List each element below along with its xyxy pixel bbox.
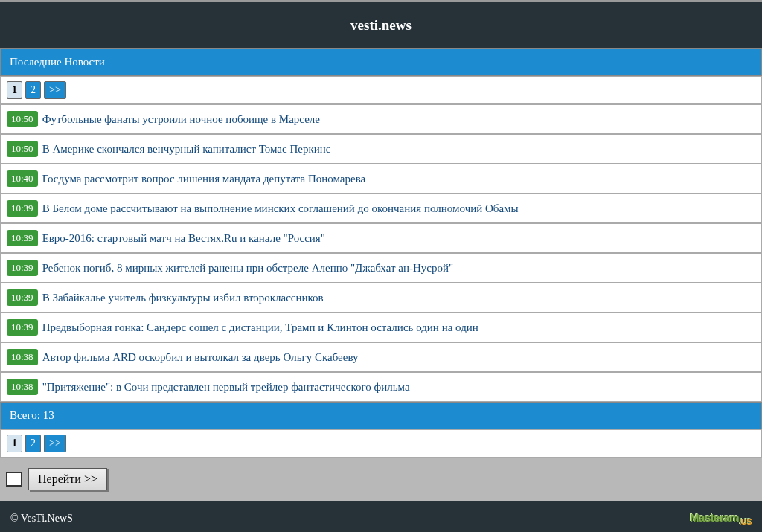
goto-page-input[interactable] [6,472,22,487]
footer-copyright: © VesTi.NewS [10,513,73,525]
footer-logo-sub: .US [739,517,752,526]
pager-bottom: 1 2 >> [0,429,762,458]
news-row: 10:39Евро-2016: стартовый матч на Вестях… [0,223,762,253]
site-header: vesti.news [0,2,762,48]
page-1-button[interactable]: 1 [7,81,22,99]
page-2-button-bottom[interactable]: 2 [25,435,41,452]
news-headline-link[interactable]: Предвыборная гонка: Сандерс сошел с дист… [42,321,478,334]
news-headline-link[interactable]: В Белом доме рассчитывают на выполнение … [42,202,519,215]
goto-button[interactable]: Перейти >> [28,468,107,490]
total-label: Всего: 13 [10,409,54,421]
footer-logo-main: Masteram [690,511,739,524]
news-row: 10:50Футбольные фанаты устроили ночное п… [0,104,762,134]
page-2-button[interactable]: 2 [25,81,41,99]
page-1-button-bottom[interactable]: 1 [7,435,22,452]
news-headline-link[interactable]: Евро-2016: стартовый матч на Вестях.Ru и… [42,232,325,245]
news-row: 10:50В Америке скончался венчурный капит… [0,134,762,164]
news-row: 10:38"Притяжение": в Сочи представлен пе… [0,372,762,402]
site-title: vesti.news [350,17,412,33]
news-headline-link[interactable]: В Забайкалье учитель физкультуры избил в… [42,292,324,304]
footer-logo[interactable]: Masteram.US [690,511,752,526]
time-badge: 10:50 [7,111,38,127]
news-headline-link[interactable]: В Америке скончался венчурный капиталист… [42,143,331,156]
news-headline-link[interactable]: Автор фильма ARD оскорбил и вытолкал за … [42,351,359,364]
news-headline-link[interactable]: Футбольные фанаты устроили ночное побоищ… [42,113,320,126]
section-title-bar: Последние Новости [0,48,762,76]
time-badge: 10:39 [7,289,38,306]
pager-top: 1 2 >> [0,76,762,104]
time-badge: 10:40 [7,170,38,187]
section-title-text: Последние Новости [10,56,105,68]
page-next-button-bottom[interactable]: >> [44,435,66,452]
news-row: 10:38Автор фильма ARD оскорбил и вытолка… [0,342,762,372]
news-row: 10:40Госдума рассмотрит вопрос лишения м… [0,164,762,193]
news-headline-link[interactable]: Госдума рассмотрит вопрос лишения мандат… [42,173,366,185]
news-row: 10:39Ребенок погиб, 8 мирных жителей ран… [0,253,762,283]
time-badge: 10:38 [7,349,38,365]
total-row: Всего: 13 [0,402,762,429]
time-badge: 10:39 [7,260,38,276]
time-badge: 10:39 [7,319,38,336]
news-list: 10:50Футбольные фанаты устроили ночное п… [0,104,762,402]
page-next-button[interactable]: >> [44,81,66,99]
news-headline-link[interactable]: Ребенок погиб, 8 мирных жителей ранены п… [42,262,453,275]
time-badge: 10:39 [7,200,38,217]
news-row: 10:39В Белом доме рассчитывают на выполн… [0,193,762,223]
goto-row: Перейти >> [0,458,762,501]
news-row: 10:39Предвыборная гонка: Сандерс сошел с… [0,313,762,342]
time-badge: 10:50 [7,141,38,157]
time-badge: 10:38 [7,379,38,395]
news-headline-link[interactable]: "Притяжение": в Сочи представлен первый … [42,381,410,394]
footer: © VesTi.NewS Masteram.US [0,501,762,532]
time-badge: 10:39 [7,230,38,246]
news-row: 10:39В Забайкалье учитель физкультуры из… [0,283,762,313]
